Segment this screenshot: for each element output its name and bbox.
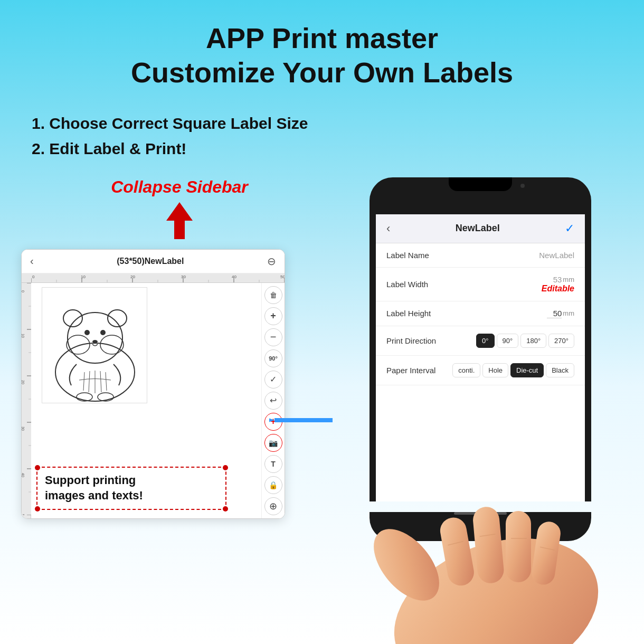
app-form: Label Name NewLabel Label Width 53 mm Ed… — [376, 243, 585, 385]
canvas-content: Support printing images and texts! — [31, 283, 261, 515]
phone-notch — [449, 177, 512, 191]
svg-line-64 — [540, 547, 555, 550]
tools-column: 🗑 + − 90° ✓ ↩ + 📷 T 🔒 ⊕ — [261, 283, 285, 518]
label-editor: ‹ (53*50)NewLabel ⊖ 0 10 20 30 — [21, 249, 285, 519]
svg-text:20: 20 — [22, 380, 25, 384]
app-title: NewLabel — [456, 223, 500, 234]
label-height-unit: mm — [563, 309, 574, 317]
paper-interval-label: Paper Interval — [386, 366, 435, 375]
svg-text:50: 50 — [280, 274, 285, 279]
label-width-value: 53 — [553, 275, 562, 284]
direction-90-button[interactable]: 90° — [497, 334, 519, 348]
steps-section: 1. Choose Correct Square Label Size 2. E… — [0, 100, 644, 172]
editor-close-button[interactable]: ⊖ — [267, 255, 276, 268]
label-width-unit: mm — [563, 276, 574, 283]
check-tool[interactable]: ✓ — [264, 371, 282, 389]
direction-270-button[interactable]: 270° — [548, 334, 574, 348]
svg-line-46 — [83, 372, 84, 391]
right-panel: ‹ NewLabel ✓ Label Name NewLabel Label W… — [333, 177, 628, 541]
print-direction-row: Print Direction 0° 90° 180° 270° — [376, 326, 585, 356]
editor-back-button[interactable]: ‹ — [30, 255, 34, 267]
svg-line-49 — [100, 371, 101, 392]
svg-point-42 — [100, 335, 124, 354]
label-height-value: 50 — [547, 309, 562, 318]
rotate-tool[interactable]: 90° — [264, 349, 282, 367]
left-panel: Collapse Sidebar ‹ (53*50)NewLabel ⊖ — [16, 177, 333, 541]
svg-text:50: 50 — [22, 514, 25, 515]
plus-circle-tool[interactable]: ⊕ — [264, 497, 282, 515]
direction-0-button[interactable]: 0° — [476, 334, 494, 348]
interval-diecut-button[interactable]: Die-cut — [510, 363, 544, 377]
svg-point-44 — [100, 330, 106, 335]
svg-line-47 — [89, 371, 90, 392]
text-content-line2: images and texts! — [45, 488, 218, 504]
ruler-top: 0 10 20 30 40 50 — [22, 273, 285, 283]
svg-text:40: 40 — [232, 274, 236, 279]
svg-text:20: 20 — [130, 274, 135, 279]
collapse-sidebar-label: Collapse Sidebar — [26, 177, 333, 197]
add-tool[interactable]: + — [264, 307, 282, 325]
page-header: APP Print master Customize Your Own Labe… — [0, 0, 644, 100]
step1-text: 1. Choose Correct Square Label Size — [32, 111, 612, 136]
svg-point-38 — [68, 312, 122, 363]
svg-text:40: 40 — [22, 473, 25, 477]
svg-text:10: 10 — [81, 274, 86, 279]
label-name-label: Label Name — [386, 251, 429, 260]
app-back-button[interactable]: ‹ — [386, 222, 390, 235]
interval-black-button[interactable]: Black — [546, 363, 574, 377]
app-check-button[interactable]: ✓ — [565, 222, 574, 235]
svg-text:0: 0 — [32, 274, 35, 279]
svg-text:10: 10 — [22, 334, 25, 338]
label-width-row: Label Width 53 mm Editable — [376, 268, 585, 301]
direction-buttons: 0° 90° 180° 270° — [476, 334, 574, 348]
label-width-label: Label Width — [386, 280, 428, 289]
app-header: ‹ NewLabel ✓ — [376, 214, 585, 243]
page-title: APP Print master Customize Your Own Labe… — [11, 21, 633, 90]
label-name-value: NewLabel — [539, 251, 574, 260]
svg-text:30: 30 — [181, 274, 186, 279]
text-content-line1: Support printing — [45, 473, 218, 488]
interval-hole-button[interactable]: Hole — [482, 363, 508, 377]
print-direction-label: Print Direction — [386, 336, 436, 345]
editable-label: Editable — [542, 284, 574, 293]
svg-point-39 — [63, 310, 82, 327]
red-arrow — [26, 202, 333, 241]
phone-bottom — [370, 512, 591, 541]
svg-line-61 — [448, 542, 463, 545]
ruler-left: 0 10 20 30 40 50 — [22, 283, 31, 518]
phone-screen-bottom — [370, 385, 591, 501]
delete-tool[interactable]: 🗑 — [264, 286, 282, 304]
phone-top — [370, 177, 591, 214]
main-content: Collapse Sidebar ‹ (53*50)NewLabel ⊖ — [0, 177, 644, 541]
svg-text:30: 30 — [22, 427, 25, 431]
svg-point-43 — [84, 330, 90, 335]
editor-header: ‹ (53*50)NewLabel ⊖ — [22, 250, 285, 273]
label-height-label: Label Height — [386, 309, 431, 318]
canvas-area: 0 10 20 30 40 50 — [22, 283, 285, 518]
interval-buttons: conti. Hole Die-cut Black — [452, 363, 574, 377]
editor-title: (53*50)NewLabel — [117, 257, 184, 266]
direction-180-button[interactable]: 180° — [520, 334, 546, 348]
svg-text:0: 0 — [22, 290, 25, 292]
app-screen: ‹ NewLabel ✓ Label Name NewLabel Label W… — [370, 214, 591, 385]
svg-point-40 — [108, 310, 127, 327]
svg-point-45 — [92, 340, 98, 343]
phone-frame: ‹ NewLabel ✓ Label Name NewLabel Label W… — [370, 177, 591, 541]
label-name-row: Label Name NewLabel — [376, 243, 585, 268]
label-height-row: Label Height 50 mm — [376, 301, 585, 326]
lock-tool[interactable]: 🔒 — [264, 476, 282, 494]
svg-line-50 — [106, 372, 107, 391]
minus-tool[interactable]: − — [264, 328, 282, 346]
blue-arrow — [269, 404, 333, 438]
svg-point-41 — [67, 335, 90, 354]
svg-marker-0 — [166, 202, 193, 239]
paper-interval-row: Paper Interval conti. Hole Die-cut Black — [376, 356, 585, 385]
interval-conti-button[interactable]: conti. — [452, 363, 480, 377]
step2-text: 2. Edit Label & Print! — [32, 136, 612, 162]
text-tool[interactable]: T — [264, 455, 282, 473]
